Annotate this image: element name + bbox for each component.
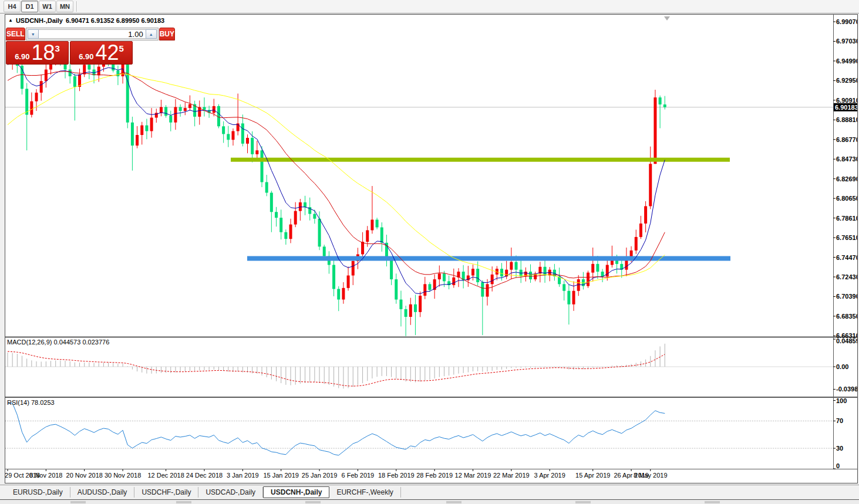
drawn-hline-0 bbox=[231, 158, 730, 162]
chart-tab-eurusd[interactable]: EURUSD-,Daily bbox=[6, 487, 70, 498]
date-axis-label: 25 Jan 2019 bbox=[302, 472, 338, 479]
sliver-mark bbox=[176, 501, 191, 503]
price-axis-label: 6.70390 bbox=[836, 293, 857, 300]
rsi-line bbox=[8, 403, 665, 455]
price-axis-label: 6.94990 bbox=[836, 57, 857, 65]
buy-price-prefix: 6.90 bbox=[79, 52, 93, 61]
timeframe-button-mn[interactable]: MN bbox=[56, 1, 73, 12]
date-axis-label: 15 Jan 2019 bbox=[263, 472, 299, 479]
price-axis-label: 6.90910 bbox=[836, 97, 857, 104]
price-axis-label: 6.86770 bbox=[836, 136, 857, 143]
macd-label: MACD(12,26,9) 0.044573 0.023776 bbox=[7, 339, 109, 346]
ma-line-20 bbox=[8, 72, 665, 289]
date-axis-label: 15 Apr 2019 bbox=[575, 472, 610, 479]
rsi-panel bbox=[5, 403, 833, 455]
trade-quotes-row: 6.90 18 3 6.90 42 5 bbox=[6, 41, 133, 65]
chart-tab-usdchf[interactable]: USDCHF-,Daily bbox=[134, 487, 198, 498]
timeframe-button-w1[interactable]: W1 bbox=[39, 1, 56, 12]
date-axis-label: 8 May 2019 bbox=[634, 472, 667, 479]
timeframe-button-h4[interactable]: H4 bbox=[4, 1, 21, 12]
sliver-mark bbox=[70, 501, 86, 503]
price-axis-label: 6.99070 bbox=[836, 18, 857, 25]
volume-increase-icon[interactable]: ▲ bbox=[146, 29, 157, 39]
volume-decrease-icon[interactable]: ▼ bbox=[28, 29, 39, 39]
chart-tab-audusd[interactable]: AUDUSD-,Daily bbox=[70, 487, 135, 498]
price-axis-label: 6.80650 bbox=[836, 195, 857, 202]
main-price-panel bbox=[5, 48, 833, 336]
macd-signal-line bbox=[8, 351, 665, 386]
trade-controls-row: SELL ▼ ▲ BUY bbox=[6, 28, 133, 40]
rsi-axis-label: 70 bbox=[836, 417, 843, 424]
ma-line-40 bbox=[8, 74, 665, 283]
chart-canvas[interactable]: 6.990706.970306.949906.929506.909106.888… bbox=[5, 15, 857, 482]
timeframe-button-d1[interactable]: D1 bbox=[21, 1, 38, 12]
date-axis-label: 8 Nov 2018 bbox=[29, 472, 62, 479]
chart-symbol-label: USDCNH-,Daily bbox=[16, 17, 63, 24]
chart-tab-eurchf[interactable]: EURCHF-,Weekly bbox=[329, 487, 400, 498]
sliver-mark bbox=[705, 501, 720, 503]
price-axis-label: 6.76510 bbox=[836, 234, 857, 241]
price-axis-label: 6.82690 bbox=[836, 175, 857, 182]
macd-axis-label: -0.039856 bbox=[836, 385, 857, 393]
sell-price-prefix: 6.90 bbox=[15, 52, 29, 61]
date-axis-label: 3 Apr 2019 bbox=[534, 472, 565, 479]
rsi-axis-label: 0 bbox=[836, 462, 840, 469]
price-axis-label: 6.72430 bbox=[836, 273, 857, 280]
chart-title: ▲ USDCNH-,Daily 6.90471 6.91352 6.89950 … bbox=[8, 17, 164, 24]
date-axis-label: 12 Dec 2018 bbox=[147, 472, 184, 479]
timeframe-toolbar: H4D1W1MN bbox=[0, 0, 859, 13]
drawn-hline-1 bbox=[247, 256, 730, 261]
rsi-axis-label: 30 bbox=[836, 445, 843, 452]
chart-window: 6.990706.970306.949906.929506.909106.888… bbox=[5, 14, 858, 483]
volume-spinner: ▼ ▲ bbox=[26, 28, 159, 40]
bottom-window-sliver bbox=[0, 499, 859, 504]
volume-input[interactable] bbox=[39, 29, 146, 39]
date-axis-label: 24 Dec 2018 bbox=[186, 472, 223, 479]
chart-shift-marker-icon bbox=[664, 16, 670, 21]
sliver-mark bbox=[305, 501, 321, 503]
date-axis-label: 3 Jan 2019 bbox=[227, 472, 258, 479]
collapse-arrow-icon[interactable]: ▲ bbox=[8, 18, 13, 23]
rsi-axis-label: 100 bbox=[836, 397, 847, 404]
buy-quote-box[interactable]: 6.90 42 5 bbox=[70, 41, 133, 65]
sell-price-pips: 18 bbox=[31, 42, 55, 63]
macd-panel bbox=[5, 344, 833, 389]
price-axis-label: 6.92950 bbox=[836, 77, 857, 84]
date-axis-label: 12 Mar 2019 bbox=[455, 472, 491, 479]
date-axis-label: 28 Feb 2019 bbox=[416, 472, 453, 479]
sell-quote-box[interactable]: 6.90 18 3 bbox=[6, 41, 69, 65]
buy-price-pips: 42 bbox=[95, 42, 119, 63]
macd-axis-label: 0.00 bbox=[836, 363, 848, 370]
current-price-tag-text: 6.90183 bbox=[835, 104, 857, 111]
price-axis-label: 6.68350 bbox=[836, 313, 857, 320]
chart-tab-usdcad[interactable]: USDCAD-,Daily bbox=[198, 487, 263, 498]
sell-button[interactable]: SELL bbox=[6, 28, 25, 40]
sliver-mark bbox=[575, 501, 591, 503]
chart-tab-bar: EURUSD-,DailyAUDUSD-,DailyUSDCHF-,DailyU… bbox=[0, 485, 859, 499]
date-axis-label: 6 Feb 2019 bbox=[342, 472, 375, 479]
price-axis-label: 6.78610 bbox=[836, 215, 857, 222]
toolbar-separator bbox=[76, 1, 78, 12]
price-axis-label: 6.84730 bbox=[836, 155, 857, 163]
price-axis-label: 6.97030 bbox=[836, 38, 857, 45]
date-axis-label: 18 Feb 2019 bbox=[378, 472, 415, 479]
chart-ohlc-values: 6.90471 6.91352 6.89950 6.90183 bbox=[66, 17, 164, 24]
date-axis-label: 22 Mar 2019 bbox=[493, 472, 530, 479]
date-axis-label: 20 Nov 2018 bbox=[66, 472, 103, 479]
sell-price-point: 3 bbox=[55, 43, 60, 53]
rsi-label: RSI(14) 78.0253 bbox=[7, 399, 55, 406]
date-axis-label: 30 Nov 2018 bbox=[105, 472, 141, 479]
buy-button[interactable]: BUY bbox=[159, 28, 175, 40]
buy-price-point: 5 bbox=[119, 43, 124, 53]
macd-axis-label: 0.048594 bbox=[836, 337, 857, 344]
price-axis-label: 6.74470 bbox=[836, 254, 857, 261]
price-axis-label: 6.88810 bbox=[836, 116, 857, 123]
candles-layer bbox=[6, 48, 666, 336]
chart-tab-usdcnh[interactable]: USDCNH-,Daily bbox=[263, 486, 329, 498]
one-click-trade-panel: SELL ▼ ▲ BUY 6.90 18 3 6.90 42 5 bbox=[6, 28, 133, 65]
sliver-mark bbox=[446, 501, 461, 503]
